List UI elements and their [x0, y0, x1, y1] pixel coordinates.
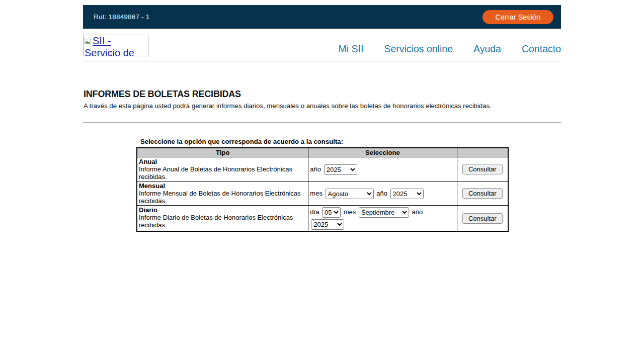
mensual-month-label: mes [310, 190, 323, 197]
report-options-table: Tipo Seleccione Anual Informe Anual de B… [136, 147, 509, 232]
diario-description: Informe Diario de Boletas de Honorarios … [139, 214, 293, 229]
anual-consultar-button[interactable]: Consultar [462, 164, 503, 174]
mensual-year-label: año [376, 190, 387, 197]
diario-year-label: año [412, 208, 423, 216]
page-title: INFORMES DE BOLETAS RECIBIDAS [84, 89, 561, 100]
diario-month-select[interactable]: Septiembre [359, 207, 409, 218]
diario-month-label: mes [344, 208, 356, 216]
anual-year-label: año [310, 165, 321, 173]
session-topbar: Rut: 18849867 - 1 Cerrar Sesión [83, 5, 561, 29]
rut-label: Rut: 18849867 - 1 [94, 13, 149, 21]
diario-consultar-button[interactable]: Consultar [462, 213, 503, 224]
column-header-seleccione: Seleccione [308, 148, 457, 157]
nav-link-contacto[interactable]: Contacto [522, 43, 561, 55]
nav-link-ayuda[interactable]: Ayuda [473, 43, 501, 55]
table-row-mensual: Mensual Informe Mensual de Boletas de Ho… [137, 182, 508, 206]
sii-logo-link[interactable]: SII - Servicio de [83, 35, 148, 56]
nav-link-mi-sii[interactable]: Mi SII [339, 43, 364, 55]
page-subtitle: A través de esta página usted podrá gene… [84, 102, 561, 110]
diario-day-label: día [310, 208, 319, 216]
diario-day-select[interactable]: 05 [322, 207, 341, 218]
mensual-type-cell: Mensual Informe Mensual de Boletas de Ho… [137, 182, 308, 206]
table-row-anual: Anual Informe Anual de Boletas de Honora… [137, 157, 508, 182]
mensual-button-cell: Consultar [457, 182, 508, 206]
mensual-consultar-button[interactable]: Consultar [462, 188, 503, 199]
logout-button[interactable]: Cerrar Sesión [482, 10, 553, 24]
diario-type-label: Diario [139, 206, 157, 214]
column-header-actions [457, 148, 508, 157]
page-container: Rut: 18849867 - 1 Cerrar Sesión SII - Se… [83, 5, 561, 232]
diario-type-cell: Diario Informe Diario de Boletas de Hono… [137, 206, 308, 232]
mensual-type-label: Mensual [139, 182, 165, 190]
table-header-row: Tipo Seleccione [137, 148, 508, 157]
diario-button-cell: Consultar [457, 206, 508, 232]
diario-select-cell: día 05 mes Septiembre año 2025 [308, 206, 457, 232]
mensual-select-cell: mes Agosto año 2025 [308, 182, 457, 206]
main-nav: Mi SII Servicios online Ayuda Contacto [339, 35, 561, 55]
section-divider [83, 122, 561, 123]
anual-select-cell: año 2025 [308, 157, 457, 182]
anual-year-select[interactable]: 2025 [324, 164, 357, 175]
anual-button-cell: Consultar [457, 157, 508, 182]
column-header-tipo: Tipo [137, 148, 308, 157]
form-instruction: Seleccione la opción que corresponda de … [140, 138, 509, 145]
mensual-description: Informe Mensual de Boletas de Honorarios… [139, 190, 301, 205]
mensual-year-select[interactable]: 2025 [390, 189, 424, 199]
site-header: SII - Servicio de Mi SII Servicios onlin… [83, 29, 561, 61]
report-form-area: Seleccione la opción que corresponda de … [136, 138, 509, 232]
table-row-diario: Diario Informe Diario de Boletas de Hono… [137, 206, 508, 232]
broken-image-icon [85, 37, 92, 48]
anual-type-cell: Anual Informe Anual de Boletas de Honora… [137, 157, 308, 182]
mensual-month-select[interactable]: Agosto [326, 189, 374, 199]
anual-description: Informe Anual de Boletas de Honorarios E… [139, 165, 292, 180]
diario-year-select[interactable]: 2025 [311, 219, 344, 230]
anual-type-label: Anual [139, 158, 157, 165]
nav-link-servicios-online[interactable]: Servicios online [384, 43, 453, 55]
